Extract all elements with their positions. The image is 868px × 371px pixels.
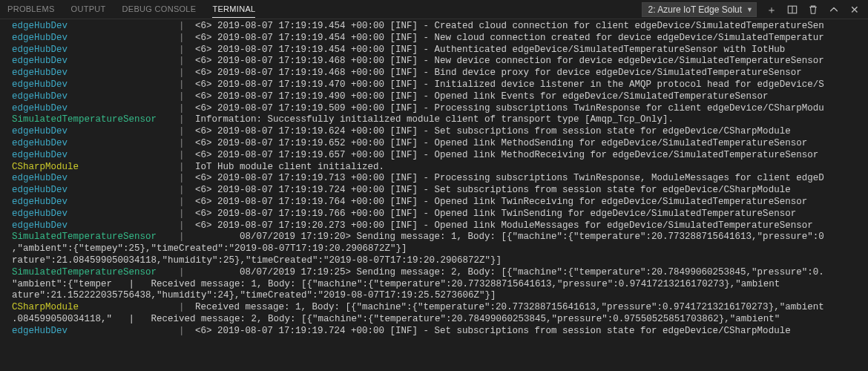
- log-message: <6> 2019-08-07 17:19:19.454 +00:00 [INF]…: [195, 45, 785, 56]
- log-separator: |: [179, 267, 195, 279]
- log-line: edgeHubDev| <6> 2019-08-07 17:19:20.273 …: [12, 220, 868, 232]
- log-line: edgeHubDev| <6> 2019-08-07 17:19:19.713 …: [12, 173, 868, 185]
- chevron-down-icon: ▼: [746, 6, 753, 13]
- log-message: <6> 2019-08-07 17:19:19.624 +00:00 [INF]…: [195, 126, 791, 138]
- log-line: edgeHubDev| <6> 2019-08-07 17:19:19.766 …: [12, 209, 868, 220]
- log-message: <6> 2019-08-07 17:19:19.766 +00:00 [INF]…: [195, 209, 796, 220]
- tab-terminal[interactable]: TERMINAL: [212, 1, 255, 18]
- split-terminal-icon[interactable]: [786, 4, 798, 16]
- log-line: edgeHubDev| <6> 2019-08-07 17:19:19.468 …: [12, 56, 868, 68]
- log-source: edgeHubDev: [12, 138, 179, 150]
- log-source: edgeHubDev: [12, 21, 179, 33]
- trash-icon[interactable]: [807, 4, 819, 16]
- log-line: SimulatedTemperatureSensor| Information:…: [12, 114, 868, 126]
- log-message: <6> 2019-08-07 17:19:19.764 +00:00 [INF]…: [195, 197, 807, 209]
- log-message: <6> 2019-08-07 17:19:20.273 +00:00 [INF]…: [195, 220, 813, 232]
- panel-tabs: PROBLEMS OUTPUT DEBUG CONSOLE TERMINAL: [7, 1, 255, 18]
- log-message: Information: Successfully initialized mo…: [195, 114, 674, 126]
- panel-header-actions: 2: Azure IoT Edge Solut ▼ ＋ ✕: [642, 2, 861, 17]
- log-source: edgeHubDev: [12, 209, 179, 220]
- close-icon[interactable]: ✕: [849, 4, 861, 16]
- log-line-wrap: rature":21.084599050034118,"humidity":25…: [12, 255, 868, 267]
- log-message: <6> 2019-08-07 17:19:19.724 +00:00 [INF]…: [195, 185, 791, 197]
- log-message: <6> 2019-08-07 17:19:19.657 +00:00 [INF]…: [195, 150, 818, 162]
- log-separator: |: [179, 162, 195, 174]
- log-message: Received message: 1, Body: [{"machine":{…: [195, 302, 824, 314]
- log-separator: |: [179, 103, 195, 115]
- log-line-wrap: ature":21.152222035756438,"humidity":24}…: [12, 290, 868, 302]
- log-line: edgeHubDev| <6> 2019-08-07 17:19:19.509 …: [12, 103, 868, 115]
- log-line-wrap: ,"ambient":{"tempey":25},"timeCreated":"…: [12, 243, 868, 255]
- log-message: <6> 2019-08-07 17:19:19.490 +00:00 [INF]…: [195, 91, 769, 103]
- log-source: CSharpModule: [12, 162, 179, 174]
- log-line: edgeHubDev| <6> 2019-08-07 17:19:19.657 …: [12, 150, 868, 162]
- log-separator: |: [179, 185, 195, 197]
- log-separator: |: [179, 68, 195, 79]
- log-line: CSharpModule| IoT Hub module client init…: [12, 162, 868, 174]
- tab-output[interactable]: OUTPUT: [71, 1, 106, 18]
- log-source: edgeHubDev: [12, 45, 179, 56]
- log-separator: |: [179, 114, 195, 126]
- terminal-output[interactable]: edgeHubDev| <6> 2019-08-07 17:19:19.454 …: [0, 19, 868, 338]
- log-line: edgeHubDev| <6> 2019-08-07 17:19:19.624 …: [12, 126, 868, 138]
- log-separator: |: [179, 302, 195, 314]
- log-source: edgeHubDev: [12, 197, 179, 209]
- log-line: edgeHubDev| <6> 2019-08-07 17:19:19.468 …: [12, 68, 868, 79]
- log-source: edgeHubDev: [12, 103, 179, 115]
- log-source: edgeHubDev: [12, 150, 179, 162]
- log-message: <6> 2019-08-07 17:19:19.468 +00:00 [INF]…: [195, 68, 802, 79]
- log-message: <6> 2019-08-07 17:19:19.468 +00:00 [INF]…: [195, 56, 824, 68]
- log-line: CSharpModule| Received message: 1, Body:…: [12, 302, 868, 314]
- log-line: edgeHubDev| <6> 2019-08-07 17:19:19.454 …: [12, 21, 868, 33]
- log-separator: |: [179, 197, 195, 209]
- terminal-select-label: 2: Azure IoT Edge Solut: [648, 4, 743, 15]
- log-separator: |: [179, 56, 195, 68]
- log-source: SimulatedTemperatureSensor: [12, 114, 179, 126]
- log-source: edgeHubDev: [12, 79, 179, 91]
- log-separator: |: [179, 220, 195, 232]
- log-source: SimulatedTemperatureSensor: [12, 232, 179, 243]
- log-message: <6> 2019-08-07 17:19:19.713 +00:00 [INF]…: [195, 173, 824, 185]
- chevron-up-icon[interactable]: [828, 4, 840, 16]
- log-line: SimulatedTemperatureSensor| 08/07/2019 1…: [12, 232, 868, 243]
- log-message: <6> 2019-08-07 17:19:19.454 +00:00 [INF]…: [195, 33, 824, 45]
- log-separator: |: [179, 232, 195, 243]
- log-source: SimulatedTemperatureSensor: [12, 267, 179, 279]
- log-separator: |: [179, 173, 195, 185]
- log-message: <6> 2019-08-07 17:19:19.724 +00:00 [INF]…: [195, 326, 791, 338]
- log-message: <6> 2019-08-07 17:19:19.454 +00:00 [INF]…: [195, 21, 824, 33]
- log-source: edgeHubDev: [12, 326, 179, 338]
- log-separator: |: [179, 126, 195, 138]
- log-line: SimulatedTemperatureSensor| 08/07/2019 1…: [12, 267, 868, 279]
- log-line: edgeHubDev| <6> 2019-08-07 17:19:19.470 …: [12, 79, 868, 91]
- tab-debug[interactable]: DEBUG CONSOLE: [122, 1, 197, 18]
- log-source: edgeHubDev: [12, 91, 179, 103]
- log-message: IoT Hub module client initialized.: [195, 162, 384, 174]
- log-source: edgeHubDev: [12, 173, 179, 185]
- log-message: 08/07/2019 17:19:20> Sending message: 1,…: [195, 232, 824, 243]
- log-source: edgeHubDev: [12, 220, 179, 232]
- log-line: edgeHubDev| <6> 2019-08-07 17:19:19.454 …: [12, 45, 868, 56]
- log-source: edgeHubDev: [12, 126, 179, 138]
- log-message: 08/07/2019 17:19:25> Sending message: 2,…: [195, 267, 824, 279]
- log-message: <6> 2019-08-07 17:19:19.509 +00:00 [INF]…: [195, 103, 824, 115]
- log-separator: |: [179, 45, 195, 56]
- tab-problems[interactable]: PROBLEMS: [7, 1, 55, 18]
- log-source: edgeHubDev: [12, 33, 179, 45]
- log-line: edgeHubDev| <6> 2019-08-07 17:19:19.764 …: [12, 197, 868, 209]
- log-source: CSharpModule: [12, 302, 179, 314]
- log-separator: |: [179, 33, 195, 45]
- log-message: <6> 2019-08-07 17:19:19.470 +00:00 [INF]…: [195, 79, 824, 91]
- log-source: edgeHubDev: [12, 68, 179, 79]
- log-separator: |: [179, 326, 195, 338]
- terminal-select[interactable]: 2: Azure IoT Edge Solut ▼: [642, 2, 757, 17]
- log-line: edgeHubDev| <6> 2019-08-07 17:19:19.454 …: [12, 33, 868, 45]
- log-line: edgeHubDev| <6> 2019-08-07 17:19:19.724 …: [12, 326, 868, 338]
- log-source: edgeHubDev: [12, 185, 179, 197]
- log-line: edgeHubDev| <6> 2019-08-07 17:19:19.652 …: [12, 138, 868, 150]
- log-separator: |: [179, 21, 195, 33]
- new-terminal-icon[interactable]: ＋: [766, 4, 777, 16]
- log-separator: |: [179, 79, 195, 91]
- log-line: edgeHubDev| <6> 2019-08-07 17:19:19.724 …: [12, 185, 868, 197]
- log-separator: |: [179, 150, 195, 162]
